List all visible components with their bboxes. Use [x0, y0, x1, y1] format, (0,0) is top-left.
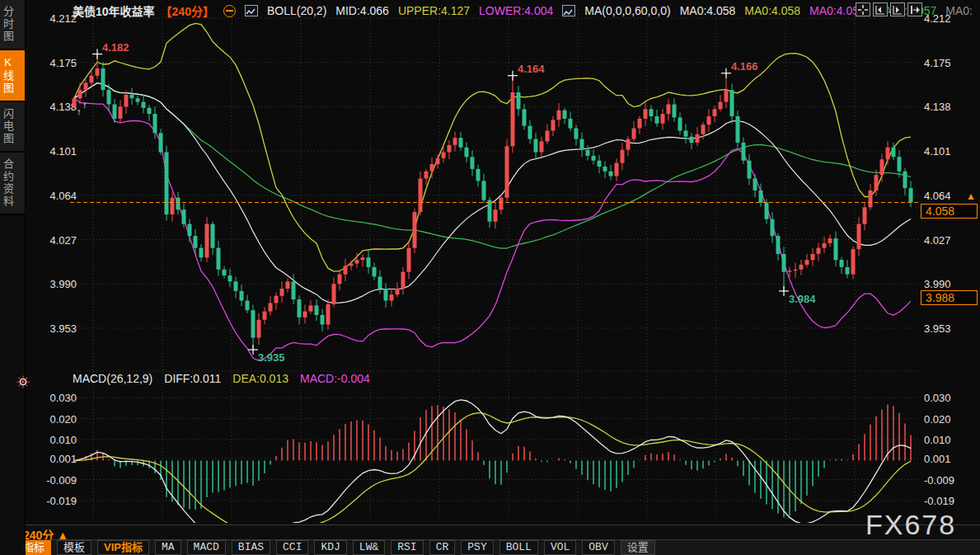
svg-text:4.138: 4.138	[924, 101, 951, 113]
svg-text:3.953: 3.953	[924, 322, 951, 335]
toolbar-kdj-button[interactable]: KDJ	[314, 540, 346, 555]
svg-text:3.984: 3.984	[789, 293, 816, 305]
svg-text:-0.009: -0.009	[924, 474, 954, 487]
toolbar-vip-indicators-button[interactable]: VIP指标	[97, 540, 149, 555]
view-low-tag: 3.988	[921, 290, 978, 305]
svg-text:4.064: 4.064	[49, 190, 77, 202]
svg-text:4.182: 4.182	[102, 41, 129, 54]
svg-text:3.953: 3.953	[49, 322, 77, 335]
fx678-watermark: FX678	[865, 509, 956, 541]
period-label[interactable]: 【240分】	[161, 2, 214, 19]
svg-text:0.020: 0.020	[49, 413, 77, 426]
svg-text:-0.019: -0.019	[924, 495, 954, 507]
bottom-toolbar: 指标 模板 VIP指标 MA MACD BIAS CCI KDJ LW& RSI…	[0, 539, 980, 555]
collapse-icon[interactable]	[223, 5, 236, 17]
crosshair-icon[interactable]	[856, 2, 870, 16]
indicator-icon	[245, 5, 258, 16]
zoom-out-axis-icon[interactable]	[873, 2, 888, 16]
svg-text:-0.019: -0.019	[46, 495, 77, 507]
toolbar-obv-button[interactable]: OBV	[582, 540, 614, 555]
price-arrow-icon: ▲	[966, 190, 976, 202]
main-chart-canvas[interactable]: 4.2124.2124.1754.1754.1384.1384.1014.101…	[0, 0, 980, 555]
svg-text:4.166: 4.166	[731, 60, 758, 73]
sidebar-tab-kline[interactable]: K线图	[0, 50, 25, 102]
chart-app-window: 4.2124.2124.1754.1754.1384.1384.1014.101…	[0, 0, 980, 555]
zoom-in-axis-icon[interactable]	[890, 2, 905, 16]
chart-header-legend: 美债10年收益率 【240分】 BOLL(20,2) MID:4.066 UPP…	[73, 2, 973, 19]
ma0-yellow-value: MA0:4.058	[744, 4, 800, 17]
toolbar-boll-button[interactable]: BOLL	[499, 540, 538, 555]
svg-text:4.175: 4.175	[49, 57, 77, 69]
boll-lower-value: LOWER:4.004	[479, 4, 553, 17]
ma0-white-value: MA0:4.058	[680, 4, 736, 17]
macd-header: MACD(26,12,9) DIFF:0.011 DEA:0.013 MACD:…	[73, 372, 370, 385]
boll-label: BOLL(20,2)	[267, 4, 326, 17]
macd-dea-value: DEA:0.013	[232, 372, 288, 385]
svg-text:0.001: 0.001	[924, 453, 951, 465]
toolbar-macd-button[interactable]: MACD	[187, 540, 226, 555]
go-to-latest-icon[interactable]	[907, 2, 922, 16]
boll-mid-value: MID:4.066	[335, 4, 389, 17]
toolbar-ma-button[interactable]: MA	[155, 540, 181, 555]
svg-text:↑: ↑	[77, 106, 82, 116]
indicator-icon	[562, 5, 575, 16]
toolbar-bias-button[interactable]: BIAS	[232, 540, 270, 555]
svg-text:3.990: 3.990	[924, 278, 951, 290]
ma0-gray-value: MA0:	[945, 4, 973, 17]
svg-text:3.990: 3.990	[49, 278, 77, 290]
sidebar-tab-lightning[interactable]: 闪电图	[0, 102, 25, 153]
svg-text:0.020: 0.020	[924, 413, 951, 426]
toolbar-psy-button[interactable]: PSY	[461, 540, 493, 555]
boll-upper-value: UPPER:4.127	[398, 4, 470, 17]
svg-text:4.101: 4.101	[49, 145, 77, 158]
svg-text:4.175: 4.175	[924, 57, 951, 69]
toolbar-rsi-button[interactable]: RSI	[391, 540, 423, 555]
toolbar-templates-button[interactable]: 模板	[57, 540, 91, 555]
svg-text:4.064: 4.064	[924, 190, 951, 202]
sidebar: 分时图 K线图 闪电图 合约资料	[0, 0, 26, 555]
macd-params-label: MACD(26,12,9)	[73, 372, 152, 385]
macd-diff-value: DIFF:0.011	[164, 372, 221, 385]
svg-text:3.935: 3.935	[258, 351, 285, 364]
x-axis-strip	[0, 524, 980, 540]
svg-text:4.164: 4.164	[518, 63, 545, 75]
chart-type-tabs: 分时图 K线图 闪电图 合约资料	[0, 0, 25, 215]
svg-text:↑: ↑	[82, 100, 87, 110]
svg-text:0.001: 0.001	[49, 453, 77, 465]
sidebar-tab-time-share[interactable]: 分时图	[0, 0, 25, 50]
current-price-tag: 4.058	[921, 204, 978, 219]
toolbar-settings-button[interactable]: 设置	[621, 540, 655, 555]
toolbar-vol-button[interactable]: VOL	[544, 540, 576, 555]
symbol-title: 美债10年收益率	[73, 2, 155, 19]
alert-icon[interactable]	[16, 375, 30, 392]
svg-text:4.101: 4.101	[924, 145, 951, 158]
ma-group-label: MA(0,0,0,60,0,0)	[584, 4, 670, 17]
macd-hist-value: MACD:-0.004	[300, 372, 370, 385]
svg-text:0.030: 0.030	[924, 392, 951, 404]
svg-text:0.010: 0.010	[924, 434, 951, 446]
svg-text:0.010: 0.010	[49, 434, 77, 446]
sidebar-tab-contract-info[interactable]: 合约资料	[0, 153, 25, 215]
toolbar-lw-button[interactable]: LW&	[353, 540, 385, 555]
svg-text:4.027: 4.027	[49, 234, 77, 247]
chart-window-controls	[856, 2, 922, 16]
toolbar-cci-button[interactable]: CCI	[276, 540, 308, 555]
svg-text:-0.009: -0.009	[46, 474, 77, 487]
svg-text:4.027: 4.027	[924, 234, 951, 247]
svg-text:0.030: 0.030	[49, 392, 77, 404]
toolbar-cr-button[interactable]: CR	[429, 540, 456, 555]
